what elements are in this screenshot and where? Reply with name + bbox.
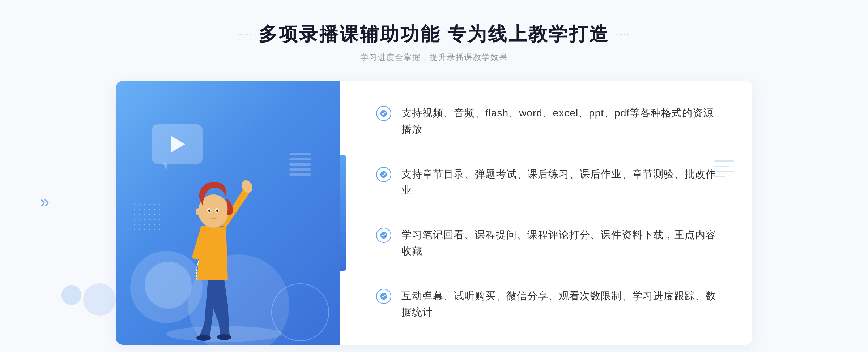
check-icon-2: [376, 167, 391, 182]
check-icon-4: [376, 289, 391, 304]
svg-point-2: [217, 334, 231, 340]
chevron-left-decoration: »: [40, 192, 50, 211]
feature-text-4: 互动弹幕、试听购买、微信分享、观看次数限制、学习进度跟踪、数据统计: [401, 288, 723, 321]
feature-text-2: 支持章节目录、弹题考试、课后练习、课后作业、章节测验、批改作业: [401, 166, 723, 199]
main-content: 支持视频、音频、flash、word、excel、ppt、pdf等各种格式的资源…: [116, 81, 752, 345]
feature-text-3: 学习笔记回看、课程提问、课程评论打分、课件资料下载，重点内容收藏: [401, 227, 723, 259]
divider-1: [376, 152, 723, 152]
person-illustration: [145, 128, 304, 345]
svg-point-7: [208, 210, 210, 212]
accent-bar: [340, 155, 346, 271]
right-features-panel: 支持视频、音频、flash、word、excel、ppt、pdf等各种格式的资源…: [340, 81, 752, 345]
header-section: 多项录播课辅助功能 专为线上教学打造 学习进度全掌握，提升录播课教学效果: [239, 22, 629, 63]
feature-item-3: 学习笔记回看、课程提问、课程评论打分、课件资料下载，重点内容收藏: [376, 227, 723, 259]
left-illustration-panel: [116, 81, 340, 345]
svg-point-9: [196, 208, 201, 215]
divider-2: [376, 213, 723, 213]
page-container: » 多项录播课辅助功能 专为线上教学打造 学习进度全掌握，提升录播课教学效果: [0, 0, 868, 352]
title-decoration-left: [239, 34, 251, 35]
page-subtitle: 学习进度全掌握，提升录播课教学效果: [239, 52, 629, 63]
svg-point-1: [196, 335, 211, 341]
svg-point-8: [216, 210, 218, 212]
outside-circle-1: [83, 283, 116, 316]
panel-stripe-decoration: [714, 160, 734, 181]
title-row: 多项录播课辅助功能 专为线上教学打造: [239, 22, 629, 47]
feature-item-2: 支持章节目录、弹题考试、课后练习、课后作业、章节测验、批改作业: [376, 166, 723, 199]
title-decoration-right: [617, 34, 629, 35]
divider-3: [376, 274, 723, 274]
check-icon-3: [376, 228, 391, 243]
check-icon-1: [376, 106, 391, 121]
feature-text-1: 支持视频、音频、flash、word、excel、ppt、pdf等各种格式的资源…: [401, 105, 723, 138]
feature-item-1: 支持视频、音频、flash、word、excel、ppt、pdf等各种格式的资源…: [376, 105, 723, 138]
feature-item-4: 互动弹幕、试听购买、微信分享、观看次数限制、学习进度跟踪、数据统计: [376, 288, 723, 321]
page-title: 多项录播课辅助功能 专为线上教学打造: [259, 22, 609, 47]
outside-circle-2: [61, 285, 81, 305]
